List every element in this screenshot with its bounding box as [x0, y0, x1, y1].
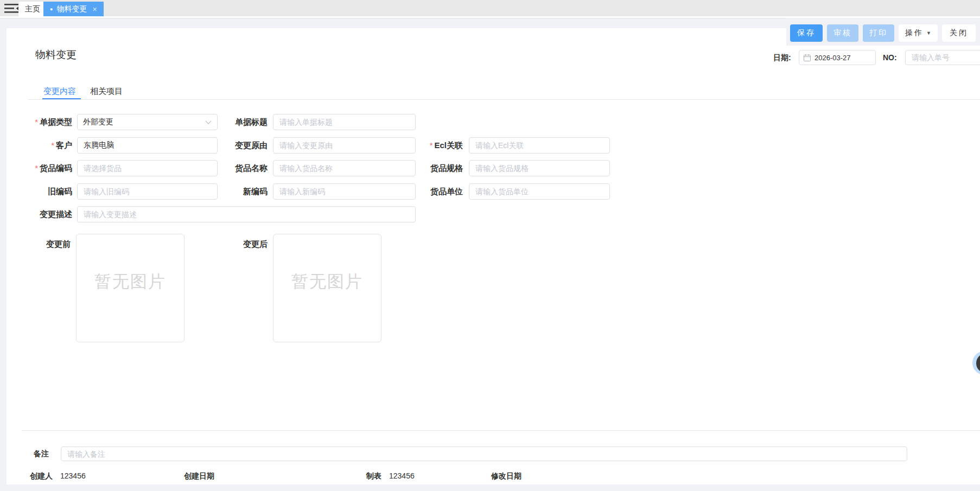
save-button[interactable]: 保存 [790, 24, 823, 42]
close-button[interactable]: 关闭 [942, 24, 976, 42]
tab-close-icon[interactable]: × [92, 5, 97, 13]
tab-related-items[interactable]: 相关项目 [90, 86, 123, 97]
actions-dropdown-button[interactable]: 操作▼ [899, 24, 938, 42]
new-code-label: 新编码 [192, 183, 268, 200]
creator-item: 创建人123456 [30, 471, 86, 481]
product-unit-input[interactable] [469, 183, 610, 200]
window-tab-material-change[interactable]: ● 物料变更 × [43, 2, 104, 16]
tab-bottom-border [28, 99, 980, 100]
order-no-input[interactable] [905, 50, 980, 65]
after-image-uploader[interactable]: 暂无图片 [273, 234, 381, 342]
doc-title-label: 单据标题 [192, 114, 268, 130]
change-reason-label: 变更原由 [192, 137, 268, 154]
before-image-uploader[interactable]: 暂无图片 [76, 234, 184, 342]
caret-down-icon: ▼ [926, 30, 931, 36]
required-mark: * [35, 117, 38, 126]
window-tab-bar [0, 0, 980, 16]
remark-label: 备注 [5, 447, 49, 461]
floating-help-icon [976, 354, 980, 373]
toolbar: 保存 审核 打印 操作▼ 关闭 [786, 18, 980, 46]
audit-button[interactable]: 审核 [827, 24, 858, 42]
date-label: 日期: [773, 50, 791, 65]
remark-input[interactable] [61, 447, 907, 461]
no-image-text: 暂无图片 [291, 270, 363, 293]
product-code-label: *货品编码 [0, 160, 72, 176]
product-unit-label: 货品单位 [387, 183, 463, 200]
date-value: 2026-03-27 [814, 54, 851, 62]
window-tab-home-label: 主页 [25, 4, 40, 14]
print-button[interactable]: 打印 [863, 24, 894, 42]
customer-label: *客户 [0, 137, 72, 154]
date-picker[interactable]: 2026-03-27 [799, 50, 876, 65]
active-dot-icon: ● [50, 7, 53, 12]
old-code-label: 旧编码 [0, 183, 72, 200]
before-image-label: 变更前 [0, 239, 71, 250]
doc-type-value: 外部变更 [83, 117, 113, 127]
change-desc-input[interactable] [77, 206, 416, 222]
required-mark: * [51, 141, 54, 150]
create-date-label: 创建日期 [184, 471, 214, 481]
ecl-relation-label: *Ecl关联 [387, 137, 463, 154]
doc-type-label: *单据类型 [0, 114, 72, 130]
create-date-item: 创建日期 [184, 471, 222, 481]
menu-fold-icon[interactable] [4, 4, 20, 13]
creator-value: 123456 [60, 471, 86, 481]
ecl-relation-input[interactable] [469, 137, 610, 154]
after-image-label: 变更后 [192, 239, 268, 250]
product-spec-label: 货品规格 [387, 160, 463, 176]
required-mark: * [35, 163, 38, 173]
window-tab-material-change-label: 物料变更 [56, 4, 87, 14]
doc-title-input[interactable] [273, 114, 416, 130]
window-tab-home[interactable]: 主页 [18, 2, 47, 16]
modify-date-item: 修改日期 [491, 471, 529, 481]
page: 主页 ● 物料变更 × 保存 审核 打印 操作▼ 关闭 物料变更 日期: 202… [0, 0, 980, 491]
change-desc-label: 变更描述 [0, 206, 72, 222]
modify-date-label: 修改日期 [491, 471, 521, 481]
actions-label: 操作 [905, 28, 924, 38]
footer-divider [22, 430, 980, 431]
required-mark: * [430, 141, 433, 150]
tabulator-label: 制表 [366, 471, 381, 481]
creator-label: 创建人 [30, 471, 53, 481]
tabulator-value: 123456 [389, 471, 415, 481]
product-spec-input[interactable] [469, 160, 610, 176]
order-no-label: NO: [883, 50, 897, 65]
tabulator-item: 制表123456 [366, 471, 415, 481]
tab-change-content[interactable]: 变更内容 [43, 86, 76, 97]
no-image-text: 暂无图片 [94, 270, 166, 293]
product-name-label: 货品名称 [192, 160, 268, 176]
calendar-icon [804, 54, 811, 61]
page-title: 物料变更 [35, 48, 77, 62]
